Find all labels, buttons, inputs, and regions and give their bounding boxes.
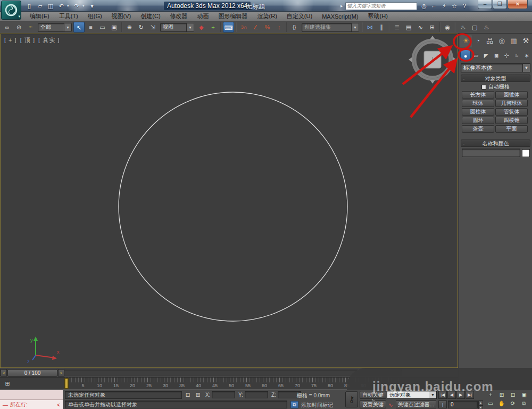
category-helpers-icon[interactable]: ⊹ (502, 50, 511, 61)
infocenter-expand-icon[interactable]: ▸ (340, 3, 343, 9)
selection-filter-dropdown[interactable]: 全部▼ (38, 23, 72, 32)
viewport-top[interactable]: [ + ] [ 顶 ] [ 真实 ] 上 y (0, 34, 458, 368)
minimize-button[interactable]: – (478, 0, 492, 9)
align-icon[interactable]: ∥ (376, 22, 387, 32)
name-color-rollout-header[interactable]: - 名称和颜色 (461, 140, 530, 147)
create-teapot-button[interactable]: 茶壶 (462, 125, 494, 133)
select-and-move-icon[interactable]: ⊕ (124, 22, 135, 32)
tab-create[interactable]: ☀ (460, 35, 472, 47)
listener-script-row[interactable]: — 所在行: < (0, 400, 63, 409)
menu-rendering[interactable]: 渲染(R) (253, 12, 281, 21)
select-and-rotate-icon[interactable]: ↻ (136, 22, 147, 32)
create-plane-button[interactable]: 平面 (495, 125, 528, 133)
toolbar-options-icon[interactable]: ▾ (87, 2, 97, 11)
new-scene-icon[interactable]: ▯ (24, 2, 34, 11)
dropdown-arrow-icon[interactable]: ▼ (186, 23, 194, 31)
create-cone-button[interactable]: 圆锥体 (495, 91, 528, 99)
category-geometry-icon[interactable]: ● (460, 50, 471, 61)
listener-macro-row[interactable] (0, 390, 63, 400)
graphite-ribbon-icon[interactable]: ▤ (403, 22, 414, 32)
open-file-icon[interactable]: ▱ (35, 2, 45, 11)
tab-display[interactable]: ▥ (508, 35, 520, 47)
dropdown-arrow-icon[interactable]: ▼ (351, 23, 359, 31)
mirror-icon[interactable]: ⋈ (364, 22, 376, 32)
help-icon[interactable]: ? (460, 2, 470, 10)
close-button[interactable]: ✕ (508, 0, 528, 9)
spinner-down-icon[interactable]: ▼ (478, 405, 483, 409)
category-shapes-icon[interactable]: ▱ (471, 50, 481, 61)
spinner-up-icon[interactable]: ▲ (478, 400, 483, 405)
reference-coordinate-dropdown[interactable]: 视图▼ (160, 23, 194, 32)
sign-in-key-icon[interactable]: ⌐ (429, 2, 439, 10)
object-category-dropdown[interactable]: 标准基本体 ▼ (461, 63, 530, 72)
favorites-star-icon[interactable]: ☆ (450, 2, 460, 10)
communication-center-icon[interactable]: ⚡ (439, 2, 450, 10)
zoom-region-icon[interactable]: ▭ (485, 399, 496, 407)
curve-editor-icon[interactable]: ∿ (415, 22, 426, 32)
menu-edit[interactable]: 编辑(E) (26, 12, 54, 21)
circle-spline[interactable] (119, 92, 347, 321)
selection-lock-icon[interactable]: ⊡ (184, 391, 192, 399)
application-menu-button[interactable]: ▾ (1, 1, 21, 20)
category-systems-icon[interactable]: ∗ (522, 50, 531, 61)
frame-spinner[interactable]: ▲▼ (478, 400, 483, 408)
view-cube[interactable]: 上 (409, 36, 456, 84)
create-geosphere-button[interactable]: 几何球体 (495, 100, 528, 107)
menu-views[interactable]: 视图(V) (107, 12, 136, 21)
search-input[interactable] (345, 2, 417, 10)
key-filter-curve-icon[interactable]: ∿ (387, 401, 394, 408)
create-cylinder-button[interactable]: 圆柱体 (462, 108, 494, 116)
named-selection-sets-dropdown[interactable]: 创建选择集▼ (302, 23, 359, 32)
bind-to-space-warp-icon[interactable]: ≈ (25, 22, 36, 32)
select-by-name-icon[interactable]: ≡ (85, 22, 96, 32)
current-frame-field[interactable]: 0 (448, 400, 478, 408)
menu-create[interactable]: 创建(C) (136, 12, 164, 21)
go-to-start-button[interactable]: |◀▶| (438, 400, 447, 408)
menu-modifiers[interactable]: 修改器 (166, 12, 192, 21)
maxscript-mini-listener[interactable]: — 所在行: < (0, 390, 63, 409)
current-frame-marker[interactable] (64, 378, 69, 389)
material-editor-icon[interactable]: ◉ (442, 22, 453, 32)
y-coordinate-field[interactable] (245, 391, 268, 398)
dropdown-arrow-icon[interactable]: ▼ (64, 23, 71, 31)
collapse-icon[interactable]: - (463, 140, 464, 147)
x-coordinate-field[interactable] (212, 391, 235, 398)
rectangular-selection-region-icon[interactable]: ▭ (97, 22, 108, 32)
create-torus-button[interactable]: 圆环 (462, 117, 494, 124)
maximize-button[interactable]: ❐ (493, 0, 507, 9)
select-object-icon[interactable]: ↖ (73, 22, 85, 32)
next-frame-arrow[interactable]: > (58, 369, 64, 377)
tab-hierarchy[interactable]: 品 (484, 35, 496, 47)
object-color-swatch[interactable] (522, 149, 530, 157)
key-filters-button[interactable]: 关键点过滤器... (396, 400, 436, 408)
undo-dropdown-icon[interactable]: ▾ (67, 4, 71, 8)
category-lights-icon[interactable]: ◤ (481, 50, 491, 61)
select-and-link-icon[interactable]: ∞ (2, 22, 13, 32)
render-production-icon[interactable]: ♨ (481, 22, 492, 32)
create-pyramid-button[interactable]: 四棱锥 (495, 117, 528, 124)
search-results-icon[interactable]: ◎ (419, 2, 429, 10)
angle-snap-toggle-icon[interactable]: ∠ (250, 22, 261, 32)
add-time-tag-label[interactable]: 添加时间标记 (301, 402, 333, 409)
unlink-selection-icon[interactable]: ⊘ (13, 22, 24, 32)
redo-dropdown-icon[interactable]: ▾ (82, 4, 86, 8)
edit-named-selection-sets-icon[interactable]: {} (289, 22, 300, 32)
percent-snap-toggle-icon[interactable]: % (262, 22, 273, 32)
snaps-toggle-3d-icon[interactable]: 3∩ (238, 22, 250, 32)
maximize-viewport-icon[interactable]: ⧉ (519, 399, 529, 407)
save-file-icon[interactable]: ◫ (46, 2, 55, 11)
menu-tools[interactable]: 工具(T) (55, 12, 82, 21)
time-slider-handle[interactable]: 0 / 100 (7, 369, 57, 377)
set-keys-button[interactable]: ⚷ (345, 391, 358, 407)
create-sphere-button[interactable]: 球体 (462, 100, 494, 107)
spinner-snap-toggle-icon[interactable]: ↕ (273, 22, 285, 32)
object-type-rollout-header[interactable]: - 对象类型 (461, 75, 530, 82)
rendered-frame-window-icon[interactable]: ▢ (469, 22, 480, 32)
create-tube-button[interactable]: 管状体 (495, 108, 528, 116)
menu-maxscript[interactable]: MAXScript(M) (318, 13, 362, 20)
pan-view-icon[interactable]: ✋ (496, 399, 507, 407)
use-pivot-point-center-icon[interactable]: ◆ (196, 22, 207, 32)
render-setup-icon[interactable]: ♨ (458, 22, 469, 32)
previous-frame-arrow[interactable]: < (1, 369, 7, 377)
layer-manager-icon[interactable]: ≣ (392, 22, 403, 32)
